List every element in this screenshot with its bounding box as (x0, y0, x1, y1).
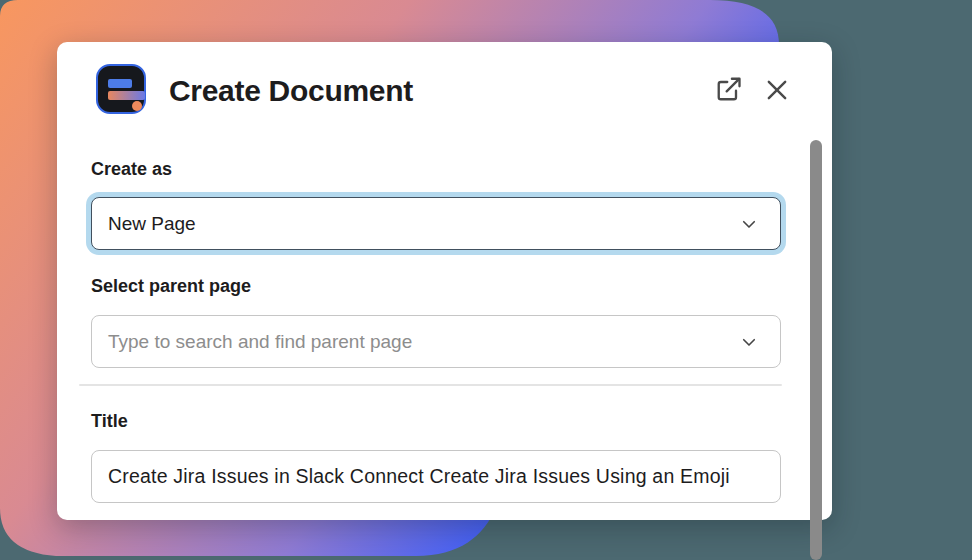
create-document-modal: Create Document Create as New Page Selec… (57, 42, 832, 520)
app-icon-gradient-bar (108, 91, 145, 100)
modal-title: Create Document (169, 74, 413, 108)
parent-page-placeholder: Type to search and find parent page (92, 331, 740, 353)
open-external-button[interactable] (715, 75, 743, 103)
title-label: Title (91, 411, 128, 432)
close-icon (763, 76, 791, 104)
section-divider (79, 384, 782, 386)
create-as-label: Create as (91, 159, 172, 180)
create-as-selected-value: New Page (92, 213, 740, 235)
app-icon-blue-bar (108, 79, 132, 88)
create-as-select[interactable]: New Page (91, 197, 781, 250)
parent-page-label: Select parent page (91, 276, 251, 297)
title-input[interactable] (91, 450, 781, 503)
scrollbar-thumb[interactable] (810, 140, 822, 560)
parent-page-search-select[interactable]: Type to search and find parent page (91, 315, 781, 368)
close-button[interactable] (763, 76, 791, 104)
document-app-icon (96, 64, 146, 114)
app-icon-orange-dot (132, 101, 142, 111)
chevron-down-icon (740, 215, 758, 233)
chevron-down-icon (740, 333, 758, 351)
external-link-icon (715, 75, 743, 103)
